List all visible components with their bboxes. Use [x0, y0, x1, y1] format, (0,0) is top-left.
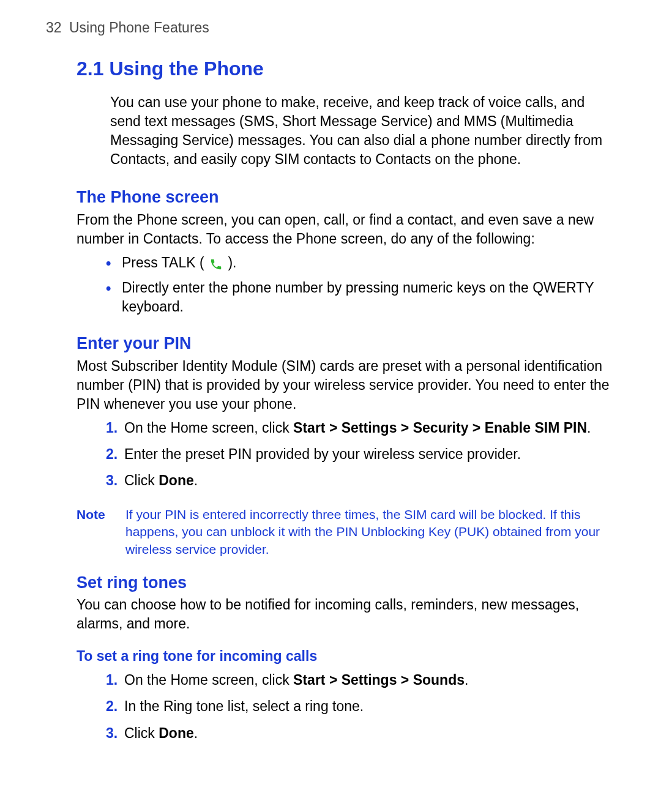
- step-text-pre: Click: [124, 472, 159, 488]
- list-item: 2. Enter the preset PIN provided by your…: [106, 445, 615, 464]
- step-number: 3.: [106, 471, 118, 490]
- list-item: 3. Click Done.: [106, 724, 615, 743]
- ring-tones-body: You can choose how to be notified for in…: [77, 595, 615, 633]
- step-text-post: .: [587, 420, 591, 436]
- list-item: Directly enter the phone number by press…: [106, 278, 615, 316]
- ring-tones-section: Set ring tones You can choose how to be …: [77, 572, 615, 743]
- bullet-text-pre: Press TALK (: [122, 255, 208, 270]
- step-text-bold: Start > Settings > Security > Enable SIM…: [293, 420, 587, 436]
- step-number: 2.: [106, 697, 118, 716]
- intro-paragraph: You can use your phone to make, receive,…: [77, 93, 615, 169]
- step-text-post: .: [194, 725, 198, 741]
- step-text-pre: In the Ring tone list, select a ring ton…: [124, 698, 364, 714]
- enter-pin-heading: Enter your PIN: [77, 332, 615, 354]
- step-text-post: .: [194, 472, 198, 488]
- page-header: 32 Using Phone Features: [46, 18, 615, 37]
- step-text-post: .: [465, 672, 468, 688]
- list-item: 1. On the Home screen, click Start > Set…: [106, 419, 615, 438]
- step-text-pre: Click: [124, 725, 159, 741]
- ring-tones-heading: Set ring tones: [77, 572, 615, 594]
- step-text-bold: Done: [159, 725, 194, 741]
- step-number: 3.: [106, 724, 118, 743]
- list-item: 3. Click Done.: [106, 471, 615, 490]
- ring-tones-steps: 1. On the Home screen, click Start > Set…: [77, 671, 615, 742]
- enter-pin-body: Most Subscriber Identity Module (SIM) ca…: [77, 357, 615, 414]
- step-number: 1.: [106, 419, 118, 438]
- chapter-title: Using Phone Features: [69, 20, 209, 35]
- note-label: Note: [77, 506, 125, 558]
- bullet-text: Directly enter the phone number by press…: [122, 280, 594, 315]
- note-text: If your PIN is entered incorrectly three…: [125, 506, 615, 558]
- list-item: 2. In the Ring tone list, select a ring …: [106, 697, 615, 716]
- enter-pin-section: Enter your PIN Most Subscriber Identity …: [77, 332, 615, 490]
- phone-screen-heading: The Phone screen: [77, 186, 615, 208]
- step-number: 2.: [106, 445, 118, 464]
- step-text-bold: Start > Settings > Sounds: [293, 672, 465, 688]
- page-content: 2.1 Using the Phone You can use your pho…: [46, 56, 615, 743]
- step-text-pre: On the Home screen, click: [124, 420, 293, 436]
- step-text-pre: On the Home screen, click: [124, 672, 293, 688]
- step-text-bold: Done: [159, 472, 194, 488]
- page-number: 32: [46, 20, 62, 35]
- list-item: 1. On the Home screen, click Start > Set…: [106, 671, 615, 690]
- section-heading: 2.1 Using the Phone: [77, 56, 615, 82]
- step-number: 1.: [106, 671, 118, 690]
- list-item: Press TALK ( ).: [106, 253, 615, 272]
- note-block: Note If your PIN is entered incorrectly …: [77, 506, 615, 558]
- talk-phone-icon: [208, 257, 224, 270]
- ring-tones-subheading: To set a ring tone for incoming calls: [77, 647, 615, 666]
- phone-screen-bullets: Press TALK ( ). Directly enter the phone…: [77, 253, 615, 316]
- step-text-pre: Enter the preset PIN provided by your wi…: [124, 446, 521, 462]
- enter-pin-steps: 1. On the Home screen, click Start > Set…: [77, 419, 615, 490]
- bullet-text-post: ).: [224, 255, 236, 270]
- phone-screen-section: The Phone screen From the Phone screen, …: [77, 186, 615, 316]
- phone-screen-body: From the Phone screen, you can open, cal…: [77, 210, 615, 248]
